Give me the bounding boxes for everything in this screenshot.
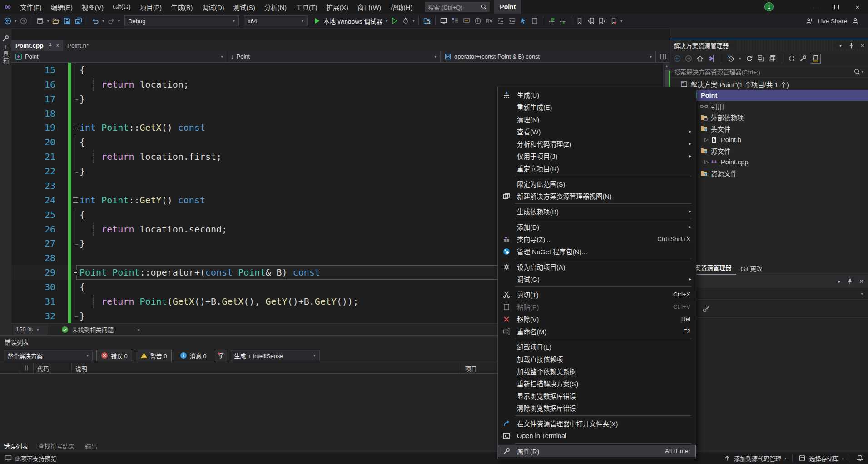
messages-toggle[interactable]: 消息 0 (175, 350, 211, 361)
performance-profiler-icon[interactable] (401, 15, 411, 26)
fold-marker[interactable] (71, 193, 79, 207)
expand-arrow-icon[interactable]: ▷ (703, 159, 710, 165)
display-word-completion-icon[interactable] (484, 15, 494, 26)
collapse-all-icon[interactable] (757, 55, 764, 62)
fold-marker[interactable] (71, 265, 79, 280)
zoom-level-dropdown[interactable]: 150 %▾ (13, 325, 48, 335)
code-line[interactable]: 15{ (11, 63, 663, 77)
context-menu-item[interactable]: 生成(U) (498, 89, 696, 101)
back-icon[interactable] (674, 55, 681, 62)
menubar-item[interactable]: 帮助(H) (386, 0, 417, 14)
select-repository-button[interactable]: 选择存储库 (809, 454, 838, 463)
close-icon[interactable]: × (861, 42, 864, 49)
tree-item-point.cpp[interactable]: ▷++Point.cpp (670, 157, 868, 168)
filter-icon[interactable] (215, 350, 227, 361)
navbar-project-dropdown[interactable]: Point▾ (11, 51, 227, 62)
add-to-source-control-button[interactable]: 添加到源代码管理 (734, 454, 781, 463)
errors-toggle[interactable]: 错误 0 (96, 350, 132, 361)
copy-parent-icon[interactable] (530, 15, 540, 26)
bottom-tab[interactable]: 查找符号结果 (38, 441, 75, 450)
context-menu-item[interactable]: 重新生成(E) (498, 101, 696, 113)
pin-icon[interactable] (47, 42, 53, 49)
sync-with-active-document-icon[interactable] (811, 54, 821, 64)
description-column-header[interactable]: 说明 (72, 363, 461, 373)
context-menu-item[interactable]: 在文件资源管理器中打开文件夹(X) (498, 417, 696, 429)
context-menu-item[interactable]: 分析和代码清理(Z)▸ (498, 138, 696, 150)
quick-search-input[interactable]: 搜索 (Ctrl+Q) (425, 2, 490, 12)
error-source-dropdown[interactable]: 生成 + IntelliSense▾ (231, 350, 320, 361)
display-quick-info-icon[interactable] (473, 15, 483, 26)
expand-arrow-icon[interactable]: ▷ (703, 137, 710, 143)
panel-dropdown-icon[interactable]: ▾ (838, 279, 840, 284)
close-button[interactable]: × (847, 0, 868, 14)
save-all-icon[interactable] (74, 15, 84, 26)
find-in-files-icon[interactable] (422, 15, 432, 26)
bottom-tab[interactable]: 输出 (85, 441, 97, 450)
feedback-badge[interactable]: 1 (764, 2, 774, 11)
context-menu-item[interactable]: 粘贴(P)Ctrl+V (498, 301, 696, 313)
account-icon[interactable] (852, 17, 859, 25)
code-column-header[interactable]: 代码 (34, 363, 72, 373)
platform-combo[interactable]: x64▾ (244, 15, 308, 26)
increase-indent-icon[interactable] (496, 15, 506, 26)
switch-views-icon[interactable] (708, 55, 715, 62)
undo-icon[interactable] (90, 15, 100, 26)
menubar-item[interactable]: 分析(N) (260, 0, 291, 14)
menubar-item[interactable]: 项目(P) (135, 0, 166, 14)
severity-column-header[interactable] (19, 363, 34, 373)
uncomment-selection-icon[interactable] (558, 15, 568, 26)
panel-dropdown-icon[interactable]: ▾ (839, 43, 842, 48)
bottom-tab[interactable]: 错误列表 (4, 441, 28, 450)
redo-dropdown[interactable]: ▾ (118, 19, 121, 23)
live-share-icon[interactable] (806, 17, 813, 25)
context-menu-item[interactable]: 仅用于项目(J)▸ (498, 150, 696, 162)
warnings-toggle[interactable]: 警告 0 (136, 350, 172, 361)
context-menu-item[interactable]: 加载直接依赖项 (498, 353, 696, 365)
context-menu-item[interactable]: 清理(N) (498, 113, 696, 125)
fold-marker[interactable] (71, 121, 79, 135)
profiler-dropdown[interactable]: ▾ (412, 19, 415, 23)
menubar-item[interactable]: 工具(T) (291, 0, 322, 14)
show-all-files-icon[interactable] (769, 55, 776, 62)
bookmark-dropdown[interactable]: ▾ (620, 19, 623, 23)
previous-bookmark-icon[interactable] (586, 15, 596, 26)
tree-item--[interactable]: 外部依赖项 (670, 112, 868, 123)
navigate-forward-icon[interactable] (19, 15, 29, 26)
comment-selection-icon[interactable] (546, 15, 556, 26)
context-menu-item[interactable]: 新建解决方案资源管理器视图(N) (498, 190, 696, 202)
scroll-left-icon[interactable]: ◂ (137, 327, 139, 332)
notifications-bell-icon[interactable] (856, 454, 863, 462)
context-menu-item[interactable]: 添加(D)▸ (498, 221, 696, 233)
context-menu-item[interactable]: 限定为此范围(S) (498, 178, 696, 190)
context-menu-item[interactable]: 清除浏览数据库错误 (498, 402, 696, 414)
menubar-item[interactable]: 视图(V) (77, 0, 108, 14)
navbar-type-dropdown[interactable]: ↓ Point▾ (227, 51, 441, 62)
pin-icon[interactable] (848, 42, 855, 49)
redo-icon[interactable] (106, 15, 116, 26)
menubar-item[interactable]: 文件(F) (15, 0, 46, 14)
save-icon[interactable] (62, 15, 72, 26)
error-scope-dropdown[interactable]: 整个解决方案▾ (4, 350, 93, 361)
home-icon[interactable] (696, 55, 704, 62)
context-menu-item[interactable]: 生成依赖项(B)▸ (498, 205, 696, 217)
context-menu-item[interactable]: 重命名(M)F2 (498, 325, 696, 337)
new-project-dropdown[interactable]: ▾ (47, 19, 50, 23)
tree-item--point-1-1-[interactable]: 解决方案"Point"(1 个项目/共 1 个) (670, 79, 868, 90)
open-file-icon[interactable] (51, 15, 61, 26)
configuration-combo[interactable]: Debug▾ (124, 15, 239, 26)
navbar-member-dropdown[interactable]: operator+(const Point & B) const▾ (441, 51, 656, 62)
context-menu-item[interactable]: 查看(W)▸ (498, 125, 696, 138)
context-menu-item[interactable]: 类向导(Z)...Ctrl+Shift+X (498, 233, 696, 245)
toolbox-tab[interactable]: 工具箱 (0, 32, 11, 64)
start-without-debugging-icon[interactable] (389, 15, 399, 26)
context-menu-item[interactable]: Open in Terminal (498, 429, 696, 442)
pin-icon[interactable] (846, 278, 853, 285)
tree-item-point.h[interactable]: ▷hPoint.h (670, 134, 868, 146)
document-health-indicator[interactable]: 未找到相关问题 (61, 325, 114, 334)
menubar-item[interactable]: 调试(D) (197, 0, 228, 14)
document-tab[interactable]: Point.h* (63, 40, 93, 51)
undo-dropdown[interactable]: ▾ (102, 19, 105, 23)
menubar-item[interactable]: 扩展(X) (322, 0, 353, 14)
collapse-icon[interactable] (73, 125, 78, 130)
context-menu-item[interactable]: 重新扫描解决方案(S) (498, 377, 696, 390)
